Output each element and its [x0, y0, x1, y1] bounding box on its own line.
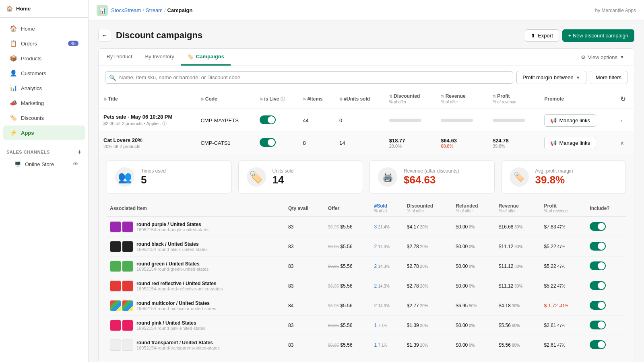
tab-by-inventory[interactable]: By Inventory: [139, 49, 181, 66]
sidebar-item-analytics[interactable]: 📊 Analytics: [3, 81, 85, 95]
row1-manage-links-button[interactable]: 📢 Manage links: [544, 114, 596, 127]
th-revenue[interactable]: ⇅ Revenue% of offer: [436, 89, 488, 109]
item-thumb2: [122, 221, 133, 232]
sidebar-item-marketing[interactable]: 📣 Marketing: [3, 96, 85, 110]
sidebar-item-discounts[interactable]: 🏷️ Discounts: [3, 111, 85, 125]
item-thumbnail-wrap: [110, 261, 133, 272]
revenue-label: Revenue (after discounts): [404, 168, 459, 174]
include-toggle[interactable]: [590, 242, 606, 251]
analytics-icon: 📊: [10, 84, 17, 92]
tab-campaigns[interactable]: 🏷️ Campaigns: [181, 49, 231, 66]
megaphone-icon2: 📢: [550, 140, 557, 146]
row2-collapse[interactable]: ∧: [615, 132, 634, 154]
assoc-discounted: $2.78 20%: [404, 237, 453, 257]
view-options-button[interactable]: ⚙ View options ▼: [576, 52, 629, 63]
assoc-item-cell: round green / United States 16952154-rou…: [107, 257, 285, 276]
more-filters-button[interactable]: More filters: [590, 71, 627, 84]
th-discounted[interactable]: ⇅ Discounted% of offer: [384, 89, 436, 109]
back-button[interactable]: ←: [98, 29, 111, 42]
table-row: Cat Lovers 20% 20% off 2 products CMP-CA…: [99, 132, 634, 154]
view-options-icon: ⚙: [581, 54, 586, 60]
sidebar-brand: Home: [16, 6, 31, 12]
sold-link-header[interactable]: #Sold: [374, 203, 388, 209]
sidebar-label-online-store: Online Store: [25, 161, 54, 167]
sidebar-label-marketing: Marketing: [21, 100, 44, 106]
export-icon: ⬆: [531, 33, 535, 39]
avg-profit-label: Avg. profit margin: [535, 168, 573, 174]
tab-by-product[interactable]: By Product: [100, 49, 139, 66]
th-code[interactable]: ⇅ Code: [196, 89, 254, 109]
row1-live: [255, 109, 298, 132]
th-is-live[interactable]: ⇅ is Live ⓘ: [255, 89, 298, 109]
row2-sub: 20% off 2 products: [103, 144, 191, 149]
item-thumbnail-wrap: [110, 320, 133, 331]
export-button[interactable]: ⬆ Export: [525, 29, 559, 42]
sidebar-item-customers[interactable]: 👤 Customers: [3, 66, 85, 80]
row2-manage-links: 📢 Manage links: [539, 132, 615, 154]
sidebar-item-home[interactable]: 🏠 Home: [3, 21, 85, 36]
row1-expand[interactable]: ›: [615, 109, 634, 132]
new-campaign-button[interactable]: + New discount campaign: [562, 29, 634, 42]
sold-value[interactable]: 1: [374, 342, 377, 348]
search-input[interactable]: [105, 71, 513, 84]
assoc-table-wrap: Associated item Qty avail Offer #Sold % …: [99, 200, 634, 362]
breadcrumb-campaign: Campaign: [167, 7, 193, 13]
tabs-right: ⚙ View options ▼: [576, 52, 632, 63]
sold-value[interactable]: 2: [374, 263, 377, 269]
row2-live-toggle[interactable]: [260, 138, 276, 147]
include-toggle[interactable]: [590, 321, 606, 329]
sold-value[interactable]: 1: [374, 323, 377, 328]
sidebar-item-orders[interactable]: 📋 Orders 45: [3, 36, 85, 51]
item-thumbnail-wrap: [110, 241, 133, 252]
assoc-qty: 83: [285, 276, 325, 296]
assoc-item-cell: round multicolor / United States 1695215…: [107, 296, 285, 316]
th-items[interactable]: ⇅ #Items: [298, 89, 334, 109]
orders-icon: 📋: [10, 40, 17, 47]
online-store-settings-icon[interactable]: 👁: [73, 161, 78, 167]
breadcrumb-stock[interactable]: StockStream: [111, 7, 141, 13]
assoc-th-offer: Offer: [325, 200, 371, 217]
sold-value[interactable]: 2: [374, 244, 377, 249]
breadcrumb-stream[interactable]: Stream: [146, 7, 163, 13]
th-refresh[interactable]: ↻: [615, 89, 634, 109]
include-toggle[interactable]: [590, 222, 606, 231]
sidebar-label-apps: Apps: [21, 130, 34, 136]
filter-bar: 🔍 Profit margin between ▼ More filters: [99, 66, 634, 89]
include-toggle[interactable]: [590, 281, 606, 290]
include-toggle[interactable]: [590, 301, 606, 310]
sold-value[interactable]: 3: [374, 224, 377, 230]
item-name: round multicolor / United States: [136, 300, 216, 306]
item-name: round red reflective / United States: [136, 281, 223, 286]
th-units-sold[interactable]: ⇅ #Units sold: [334, 89, 384, 109]
view-options-label: View options: [588, 54, 617, 60]
sold-value[interactable]: 2: [374, 303, 377, 309]
profit-margin-filter-button[interactable]: Profit margin between ▼: [516, 71, 586, 84]
item-name: round green / United States: [136, 261, 208, 267]
item-name: round pink / United States: [136, 320, 205, 326]
table-header-row: ⇅ Title ⇅ Code ⇅ is Live ⓘ ⇅ #Items ⇅ #U…: [99, 89, 634, 109]
offer-new: $5.56: [341, 224, 353, 230]
row2-code: CMP-CATS1: [196, 132, 254, 154]
row2-discounted: $18.77 20.0%: [384, 132, 436, 154]
sidebar-item-products[interactable]: 📦 Products: [3, 51, 85, 66]
assoc-discounted: $1.39 20%: [404, 335, 453, 355]
sidebar-item-online-store[interactable]: 🖥️ Online Store 👁: [3, 158, 85, 171]
include-toggle[interactable]: [590, 340, 606, 349]
item-sku: 16952154-round-multicolor-united-states: [136, 306, 216, 311]
add-sales-channel-button[interactable]: +: [78, 148, 82, 156]
th-title[interactable]: ⇅ Title: [99, 89, 196, 109]
page-title: Discount campaigns: [116, 30, 520, 41]
offer-new: $5.56: [341, 283, 353, 289]
assoc-table-row: round purple / United States 16952154-ro…: [107, 217, 626, 237]
sidebar-item-apps[interactable]: ⚡ Apps: [3, 125, 85, 140]
item-thumb2: [122, 241, 133, 252]
row2-manage-links-button[interactable]: 📢 Manage links: [544, 137, 596, 149]
assoc-offer: $6.95 $5.56: [325, 316, 371, 335]
sold-value[interactable]: 2: [374, 283, 377, 289]
row1-live-toggle[interactable]: [260, 115, 276, 124]
item-thumb2: [122, 339, 133, 351]
sold-pct: 7.1%: [378, 323, 388, 328]
th-profit[interactable]: ⇅ Profit% of revenue: [488, 89, 540, 109]
assoc-sold: 2 14.3%: [371, 237, 404, 257]
include-toggle[interactable]: [590, 261, 606, 270]
